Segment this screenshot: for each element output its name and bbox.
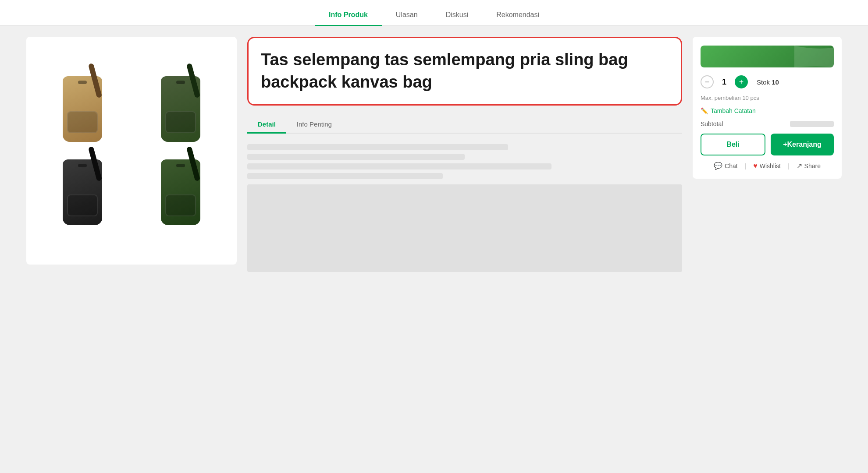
max-purchase-label: Max. pembelian 10 pcs bbox=[701, 95, 834, 101]
divider-2: | bbox=[788, 162, 790, 169]
promo-banner bbox=[701, 46, 834, 67]
skeleton-bar-4 bbox=[247, 173, 443, 179]
skeleton-block bbox=[247, 184, 682, 272]
purchase-panel: − 1 + Stok 10 Max. pembelian 10 pcs Tamb… bbox=[693, 37, 842, 179]
action-buttons: Beli +Keranjang bbox=[701, 134, 834, 155]
product-detail: Tas selempang tas semlempang pria sling … bbox=[247, 37, 682, 272]
tambah-catatan-button[interactable]: Tambah Catatan bbox=[701, 107, 834, 114]
quantity-increase-button[interactable]: + bbox=[735, 75, 748, 88]
main-content: Tas selempang tas semlempang pria sling … bbox=[0, 26, 868, 281]
divider-1: | bbox=[745, 162, 747, 169]
wishlist-button[interactable]: Wishlist bbox=[753, 162, 781, 170]
product-tabs: Info Produk Ulasan Diskusi Rekomendasi bbox=[0, 0, 868, 26]
quantity-value: 1 bbox=[719, 78, 729, 87]
share-button[interactable]: Share bbox=[797, 162, 821, 170]
quantity-row: − 1 + Stok 10 bbox=[701, 75, 834, 88]
tab-detail[interactable]: Detail bbox=[247, 116, 286, 134]
bottom-actions: Chat | Wishlist | Share bbox=[701, 162, 834, 170]
product-image-camo[interactable] bbox=[133, 69, 228, 149]
tab-ulasan[interactable]: Ulasan bbox=[382, 5, 432, 26]
product-title: Tas selempang tas semlempang pria sling … bbox=[261, 49, 669, 94]
product-image-panel bbox=[26, 37, 237, 265]
product-image-black[interactable] bbox=[35, 152, 130, 232]
tab-diskusi[interactable]: Diskusi bbox=[432, 5, 483, 26]
chat-button[interactable]: Chat bbox=[714, 162, 738, 170]
tab-rekomendasi[interactable]: Rekomendasi bbox=[482, 5, 553, 26]
tab-info-produk[interactable]: Info Produk bbox=[315, 5, 382, 26]
subtotal-label: Subtotal bbox=[701, 120, 723, 127]
skeleton-bar-3 bbox=[247, 163, 551, 169]
product-image-tan[interactable] bbox=[35, 69, 130, 149]
promo-banner-svg bbox=[781, 46, 834, 67]
detail-content bbox=[247, 141, 682, 272]
chat-icon bbox=[714, 162, 722, 170]
share-icon bbox=[797, 162, 802, 170]
beli-button[interactable]: Beli bbox=[701, 134, 765, 155]
product-title-box: Tas selempang tas semlempang pria sling … bbox=[247, 37, 682, 106]
product-image-darkgreen[interactable] bbox=[133, 152, 228, 232]
subtotal-row: Subtotal bbox=[701, 120, 834, 127]
pencil-icon bbox=[701, 107, 708, 114]
skeleton-bar-2 bbox=[247, 154, 465, 160]
tab-info-penting[interactable]: Info Penting bbox=[286, 116, 342, 134]
skeleton-bar-1 bbox=[247, 144, 508, 150]
detail-tabs: Detail Info Penting bbox=[247, 116, 682, 134]
stock-label: Stok 10 bbox=[757, 78, 779, 86]
wishlist-icon bbox=[753, 162, 758, 170]
keranjang-button[interactable]: +Keranjang bbox=[771, 134, 834, 155]
subtotal-value bbox=[790, 121, 834, 127]
quantity-decrease-button[interactable]: − bbox=[701, 75, 714, 88]
